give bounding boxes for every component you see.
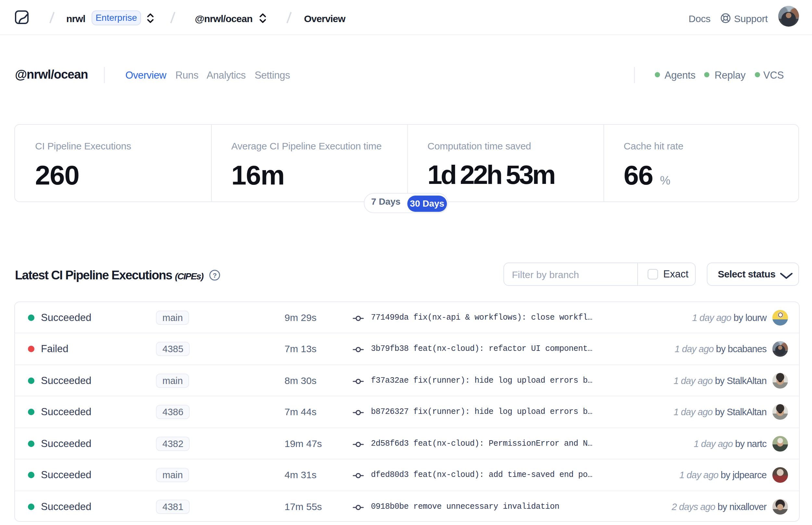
svg-text:?: ?	[213, 272, 217, 279]
